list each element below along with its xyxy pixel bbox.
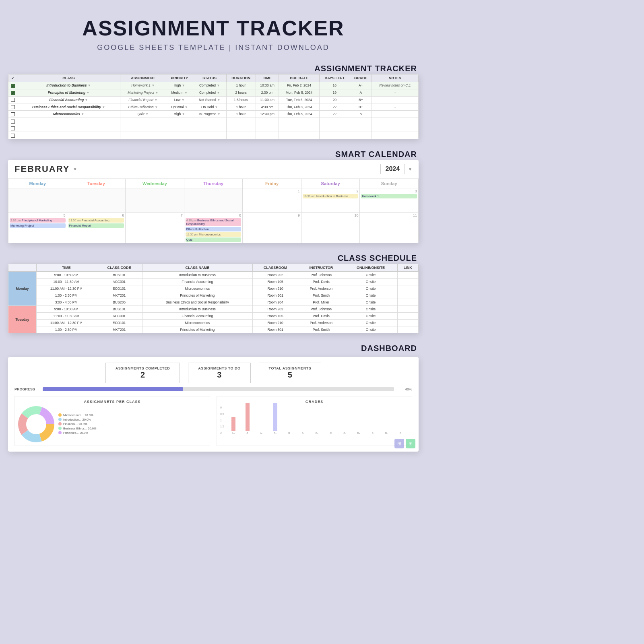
cs-col-code: CLASS CODE [96,264,142,272]
pie-label-0: Microeconom... 20.0% [63,413,93,417]
cal-month-dropdown[interactable]: ▼ [73,167,77,171]
cs-col-instructor: INSTRUCTOR [298,264,344,272]
class-cell: Introduction to Business ▼ [17,82,120,89]
cs-mode-0-2: Onsite [344,285,397,292]
due-date-cell [279,118,319,125]
cs-col-mode: ONLINE/ONSITE [344,264,397,272]
checkbox-7[interactable] [11,134,15,138]
watermark-icon-2: ⊞ [406,439,415,448]
checkbox-1[interactable]: ✓ [11,91,15,95]
time-cell: 4:30 pm [256,103,279,111]
time-cell [256,125,279,132]
cs-mode-0-1: Onsite [344,279,397,285]
y-label-4: 0 [220,406,224,409]
checkbox-6[interactable] [11,126,15,130]
bar-rect-3 [273,403,277,431]
cs-room-1-2: Room 210 [252,320,298,326]
duration-cell: 1 hour [226,103,256,111]
checkbox-4[interactable] [11,112,15,116]
check-cell[interactable]: ✓ [8,82,17,89]
cs-instructor-0-4: Prof. Miller [298,299,344,306]
cal-year-dropdown[interactable]: ▼ [408,167,412,171]
time-cell: 11:30 am [256,96,279,103]
class-cell: Financial Accounting ▼ [17,96,120,103]
time-cell [256,118,279,125]
cal-cell-num: 11 [361,213,417,217]
assignment-cell: Financial Report ▼ [120,96,166,103]
cal-event: 12:30 pm Microeconomics [186,232,242,237]
bar-group-9: D+ [352,431,365,434]
bar-group-2: A- [255,431,268,434]
at-row-7 [8,132,419,139]
cal-day-header-wednesday: Wednesday [126,179,184,188]
duration-cell: 1 hour [226,111,256,118]
class-cell: Principles of Marketing ▼ [17,89,120,96]
cal-event: 2:30 pm Principles of Marketing [10,218,66,223]
assignment-tracker-table: ✓ CLASS ASSIGNMENT PRIORITY STATUS DURAT… [8,74,419,139]
cal-event: Homework 1 [361,194,417,198]
checkbox-3[interactable] [11,105,15,109]
status-cell [193,118,226,125]
priority-cell: Medium ▼ [166,89,193,96]
check-cell[interactable] [8,111,17,118]
cal-cell-w0-d1 [67,188,126,213]
checkbox-0[interactable]: ✓ [11,84,15,88]
bar-label-5: B- [302,432,304,434]
cs-code-0-3: MKT201 [96,292,142,299]
cal-cell-w1-d1: 6 11:30 am Financial Accounting Financia… [67,213,126,243]
cal-cell-w1-d0: 5 2:30 pm Principles of Marketing Market… [8,213,67,243]
cs-link-0-2 [397,285,418,292]
y-label-0: 2 [220,431,224,434]
cal-event: Quiz [186,237,242,242]
time-cell: 10:30 am [256,82,279,89]
check-cell[interactable] [8,132,17,139]
check-cell[interactable] [8,118,17,125]
cs-instructor-0-3: Prof. Smith [298,292,344,299]
days-left-cell: 22 [319,111,350,118]
class-cell [17,118,120,125]
cs-instructor-1-0: Prof. Johnson [298,306,344,313]
dash-stat-value-1: 3 [198,370,240,380]
days-left-cell [319,132,350,139]
cs-col-day [8,264,37,272]
cal-cell-num: 2 [303,189,359,193]
bar-label-1: A [247,432,248,434]
cal-cell-w1-d3: 8 4:30 pm Business Ethics and Social Res… [184,213,243,243]
cs-time-1-0: 9:00 - 10:30 AM [37,306,96,313]
due-date-cell: Thu, Feb 8, 2024 [279,111,319,118]
bar-label-11: D- [385,432,388,434]
bar-group-5: B- [297,431,310,434]
y-label-2: 1 [220,419,224,422]
cal-day-header-sunday: Sunday [360,179,419,188]
check-cell[interactable] [8,125,17,132]
class-schedule-card: TIME CLASS CODE CLASS NAME CLASSROOM INS… [8,264,419,333]
cs-room-1-0: Room 202 [252,306,298,313]
pie-dot-4 [58,431,62,434]
bar-rect-0 [231,417,235,431]
status-cell: Completed ▼ [193,82,226,89]
notes-cell: Review notes on C.1 [372,82,418,89]
cal-cell-num: 10 [303,213,359,217]
pie-dot-3 [58,427,62,430]
col-priority: PRIORITY [166,74,193,82]
due-date-cell: Fri, Feb 2, 2024 [279,82,319,89]
checkbox-2[interactable] [11,98,15,102]
status-cell: Not Started ▼ [193,96,226,103]
cs-mode-0-0: Onsite [344,272,397,279]
dash-stat-label-0: ASSIGNMENTS COMPLETED [116,366,170,370]
checkbox-5[interactable] [11,120,15,124]
dashboard-label: DASHBOARD [8,344,419,353]
bar-chart-inner: A+ A A- B+ B B- C+ C C- D+ D D- F [225,406,409,434]
cal-month: FEBRUARY [14,164,70,174]
bar-group-6: C+ [310,431,324,434]
pie-dot-1 [58,418,62,421]
col-assignment: ASSIGNMENT [120,74,166,82]
cs-link-0-0 [397,272,418,279]
cs-room-1-3: Room 301 [252,326,298,333]
check-cell[interactable] [8,103,17,111]
due-date-cell: Mon, Feb 5, 2024 [279,89,319,96]
cs-row-0-3: 1:00 - 2:30 PM MKT201 Principles of Mark… [8,292,419,299]
cal-cell-num: 8 [186,213,242,217]
assignment-tracker-label: ASSIGNMENT TRACKER [8,64,419,73]
cs-room-0-1: Room 105 [252,279,298,285]
